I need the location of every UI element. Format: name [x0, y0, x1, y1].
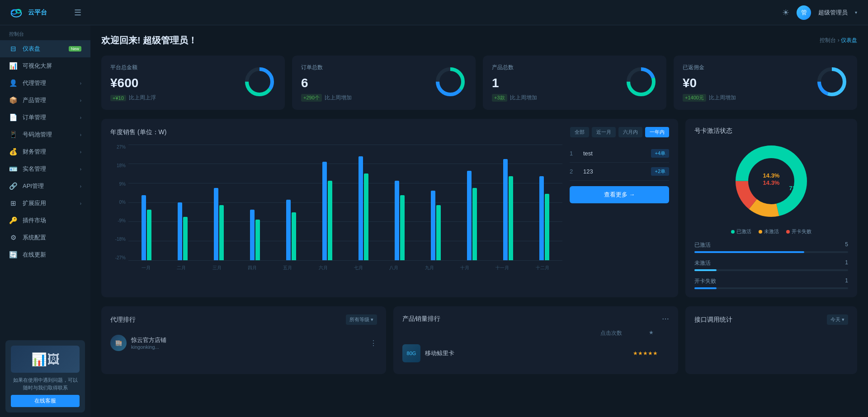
- update-icon: 🔄: [9, 251, 17, 259]
- filter-6month[interactable]: 六月内: [618, 127, 642, 137]
- sim-donut-chart: 14.3% 14.3% 71.4%: [694, 141, 848, 222]
- chevron-right-icon: ›: [80, 132, 81, 137]
- y-label: 27%: [110, 145, 126, 150]
- product-rank-card: 产品销量排行 ⋯ 点击次数 ★ 80G 移动鲸里卡 ★★★★★: [393, 306, 678, 374]
- product-rank-more-button[interactable]: ⋯: [662, 314, 669, 323]
- legend-failed: 开卡失败: [786, 228, 811, 235]
- breadcrumb-separator: ›: [838, 37, 841, 43]
- sim-status-title: 号卡激活状态: [694, 127, 848, 135]
- sidebar-item-api[interactable]: 🔗 API管理 ›: [0, 178, 90, 195]
- view-more-button[interactable]: 查看更多 →: [570, 186, 669, 203]
- filter-all[interactable]: 全部: [570, 127, 589, 137]
- bar-group: [309, 145, 345, 260]
- extension-icon: ⊞: [9, 199, 17, 207]
- theme-toggle-icon[interactable]: ☀: [782, 8, 789, 18]
- chevron-right-icon: ›: [80, 115, 81, 120]
- hamburger-button[interactable]: ☰: [74, 8, 81, 18]
- stat-card-refund-total: 已返佣金 ¥0 +1400元 比上周增加: [674, 56, 857, 110]
- status-bar-inactive: 未激活 1: [694, 259, 848, 271]
- status-count: 1: [845, 259, 848, 267]
- rank-id: kingonking...: [131, 344, 365, 350]
- change-desc: 比上周增加: [325, 94, 352, 102]
- sidebar-item-label: 在线更新: [23, 251, 81, 259]
- col-clicks: 点击次数: [593, 329, 629, 337]
- sidebar-item-dashboard[interactable]: ⊟ 仪表盘 New: [0, 40, 90, 57]
- user-menu-chevron-icon[interactable]: ▾: [855, 10, 857, 15]
- sidebar-item-label: 扩展应用: [23, 199, 75, 207]
- chevron-right-icon: ›: [80, 98, 81, 103]
- sidebar-item-update[interactable]: 🔄 在线更新: [0, 246, 90, 263]
- x-label: 十一月: [495, 265, 509, 271]
- sidebar-item-product[interactable]: 📦 产品管理 ›: [0, 92, 90, 109]
- x-label: 八月: [389, 265, 398, 271]
- chevron-right-icon: ›: [80, 167, 81, 172]
- donut-chart-2: [625, 66, 657, 100]
- sidebar-item-extension[interactable]: ⊞ 扩展应用 ›: [0, 195, 90, 212]
- x-label: 六月: [319, 265, 328, 271]
- bar-group: [165, 145, 201, 260]
- sidebar-item-agent[interactable]: 👤 代理管理 ›: [0, 75, 90, 92]
- sidebar-item-label: 产品管理: [23, 96, 75, 104]
- agent-badge: +4单: [651, 149, 669, 158]
- welcome-heading: 欢迎回来! 超级管理员！: [101, 34, 197, 47]
- bottom-row: 代理排行 所有等级 ▾ 🏬 惊云官方店铺 kingonking... ⋮: [101, 306, 857, 374]
- change-badge: +¥10: [110, 95, 126, 101]
- product-name: 移动鲸里卡: [425, 349, 588, 357]
- bar-group: [454, 145, 490, 260]
- filter-month[interactable]: 近一月: [592, 127, 616, 137]
- sidebar-item-realname[interactable]: 🪪 实名管理 ›: [0, 160, 90, 178]
- bar-blue: [142, 195, 146, 260]
- support-text: 如果在使用中遇到问题，可以随时与我们取得联系: [11, 376, 80, 391]
- visualization-icon: 📊: [9, 62, 17, 70]
- y-axis: 27% 18% 9% 0% -9% -18% -27%: [110, 145, 128, 271]
- agent-icon: 👤: [9, 79, 17, 87]
- stat-card-platform-total: 平台总金额 ¥600 +¥10 比上周上浮: [101, 56, 285, 110]
- api-stats-filter[interactable]: 今天 ▾: [827, 314, 848, 325]
- bar-blue: [214, 188, 218, 260]
- status-bar-track: [694, 251, 848, 253]
- y-label: 9%: [110, 182, 126, 187]
- chart-body: 一月 二月 三月 四月 五月 六月 七月 八月 九月 十月: [128, 145, 562, 271]
- sidebar-item-label: 系统配置: [23, 234, 81, 242]
- finance-icon: 💰: [9, 148, 17, 156]
- sidebar-item-sysconfig[interactable]: ⚙ 系统配置: [0, 229, 90, 246]
- product-rank-title: 产品销量排行: [402, 315, 440, 323]
- x-label: 九月: [425, 265, 434, 271]
- sidebar-item-simcard[interactable]: 📱 号码池管理 ›: [0, 126, 90, 143]
- y-label: 0%: [110, 200, 126, 205]
- legend-activated: 已激活: [731, 228, 751, 235]
- product-image: 80G: [402, 344, 420, 362]
- order-icon: 📄: [9, 113, 17, 122]
- username-label[interactable]: 超级管理员: [818, 9, 848, 17]
- agent-name: 123: [583, 168, 646, 175]
- sidebar-item-plugin[interactable]: 🔑 插件市场: [0, 212, 90, 229]
- product-rank-header: 产品销量排行 ⋯: [402, 314, 669, 323]
- bar-green: [328, 181, 332, 260]
- change-desc: 比上周增加: [510, 94, 537, 102]
- middle-row: 年度销售 (单位：W) 全部 近一月 六月内 一年内 27%: [101, 119, 857, 297]
- change-badge: +3款: [492, 94, 507, 102]
- rank-name: 惊云官方店铺: [131, 336, 365, 344]
- sidebar-item-label: 插件市场: [23, 216, 81, 225]
- y-label: 18%: [110, 163, 126, 168]
- legend-label: 开卡失败: [792, 228, 811, 235]
- bar-blue: [322, 162, 327, 260]
- status-label: 未激活: [694, 259, 711, 267]
- sidebar-item-visualization[interactable]: 📊 可视化大屏: [0, 57, 90, 75]
- change-badge: +1400元: [683, 94, 706, 102]
- bar-green: [255, 220, 260, 260]
- legend-inactive: 未激活: [759, 228, 779, 235]
- support-button[interactable]: 在线客服: [11, 395, 80, 407]
- bar-green: [436, 205, 441, 260]
- bar-blue: [467, 171, 472, 260]
- filter-year[interactable]: 一年内: [645, 127, 669, 137]
- sidebar-item-finance[interactable]: 💰 财务管理 ›: [0, 143, 90, 160]
- agent-rank-filter[interactable]: 所有等级 ▾: [346, 314, 377, 325]
- breadcrumb-root: 控制台: [820, 37, 836, 43]
- rank-list-item: 🏬 惊云官方店铺 kingonking... ⋮: [110, 331, 377, 355]
- sidebar: 云平台 ☰ 控制台 ⊟ 仪表盘 New 📊 可视化大屏 👤 代理管理 › 📦 产…: [0, 0, 90, 417]
- rank-more-button[interactable]: ⋮: [370, 339, 377, 347]
- sidebar-item-order[interactable]: 📄 订单管理 ›: [0, 109, 90, 126]
- chevron-down-icon: ▾: [842, 317, 844, 322]
- bars-container: [128, 145, 562, 260]
